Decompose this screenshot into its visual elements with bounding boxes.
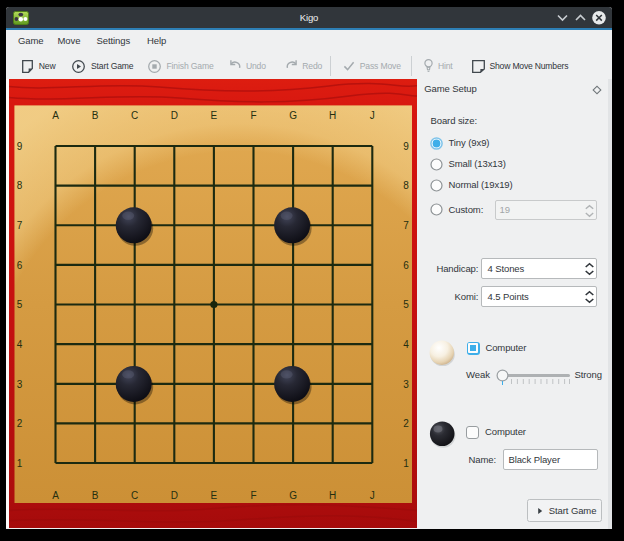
svg-text:8: 8 [403, 180, 409, 191]
svg-text:4: 4 [403, 339, 409, 350]
svg-text:5: 5 [403, 299, 409, 310]
svg-text:6: 6 [403, 260, 409, 271]
svg-text:3: 3 [403, 379, 409, 390]
svg-text:E: E [211, 110, 218, 121]
svg-text:J: J [370, 490, 375, 501]
svg-text:2: 2 [17, 418, 23, 429]
svg-text:A: A [52, 110, 59, 121]
svg-text:E: E [211, 490, 218, 501]
svg-text:9: 9 [17, 141, 23, 152]
svg-text:H: H [329, 490, 336, 501]
svg-text:5: 5 [17, 299, 23, 310]
svg-text:1: 1 [403, 458, 409, 469]
svg-text:G: G [289, 490, 297, 501]
svg-text:B: B [92, 490, 99, 501]
svg-text:1: 1 [17, 458, 23, 469]
svg-text:3: 3 [17, 379, 23, 390]
svg-text:8: 8 [17, 180, 23, 191]
svg-text:A: A [52, 490, 59, 501]
svg-text:F: F [250, 490, 256, 501]
svg-text:F: F [250, 110, 256, 121]
svg-text:H: H [329, 110, 336, 121]
svg-text:J: J [370, 110, 375, 121]
svg-text:9: 9 [403, 141, 409, 152]
svg-text:D: D [171, 110, 178, 121]
svg-text:7: 7 [403, 220, 409, 231]
svg-text:D: D [171, 490, 178, 501]
svg-text:4: 4 [17, 339, 23, 350]
svg-text:C: C [131, 490, 138, 501]
svg-text:G: G [289, 110, 297, 121]
svg-text:2: 2 [403, 418, 409, 429]
svg-text:C: C [131, 110, 138, 121]
svg-text:6: 6 [17, 260, 23, 271]
svg-text:7: 7 [17, 220, 23, 231]
svg-text:B: B [92, 110, 99, 121]
